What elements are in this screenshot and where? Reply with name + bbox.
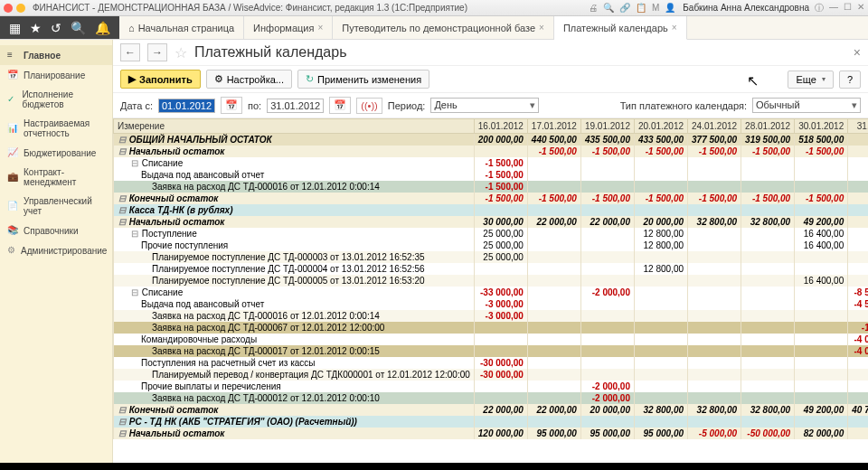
col-date[interactable]: 24.01.2012 <box>688 119 741 134</box>
table-row[interactable]: ⊟ Начальный остаток120 000,0095 000,0095… <box>114 428 869 439</box>
cell-value <box>795 169 848 181</box>
table-row[interactable]: Командировочные расходы-4 000,00 <box>114 334 869 345</box>
apply-button[interactable]: ↻Применить изменения <box>297 70 429 89</box>
table-row[interactable]: Прочие поступления25 000,0012 800,0016 4… <box>114 240 869 251</box>
calendar-icon[interactable]: 📅 <box>329 97 351 114</box>
tree-toggle-icon[interactable]: ⊟ <box>130 229 139 239</box>
calendar-icon[interactable]: 📅 <box>221 97 242 114</box>
win-close-icon[interactable]: ✕ <box>857 2 864 14</box>
col-date[interactable]: 28.01.2012 <box>741 119 795 134</box>
tab-info[interactable]: Информация × <box>244 16 333 40</box>
window-close-dot[interactable] <box>4 4 13 13</box>
nav-back-button[interactable]: ← <box>120 43 140 61</box>
table-row[interactable]: Заявка на расход ДС ТД-000017 от 12.01.2… <box>114 345 869 357</box>
close-icon[interactable]: × <box>672 23 677 33</box>
table-row[interactable]: ⊟ Начальный остаток-1 500,00-1 500,00-1 … <box>114 146 869 157</box>
settings-button[interactable]: ⚙Настройка... <box>206 70 292 89</box>
sidebar-item-ref[interactable]: 📚Справочники <box>0 221 112 240</box>
sidebar-item-exec[interactable]: ✓Исполнение бюджетов <box>0 85 112 114</box>
cell-value <box>688 334 741 345</box>
more-button[interactable]: Еще <box>788 70 833 89</box>
table-row[interactable]: Планируемое поступление ДС ТД-000004 от … <box>114 263 869 275</box>
close-icon[interactable]: × <box>317 23 323 33</box>
tree-toggle-icon[interactable]: ⊟ <box>118 417 127 427</box>
table-row[interactable]: Выдача под авансовый отчет-1 500,00 <box>114 169 869 181</box>
help-button[interactable]: ? <box>839 70 861 89</box>
tree-toggle-icon[interactable]: ⊟ <box>130 158 139 168</box>
info-icon[interactable]: ⓘ <box>815 2 824 14</box>
table-row[interactable]: Заявка на расход ДС ТД-000016 от 12.01.2… <box>114 181 869 193</box>
col-date[interactable]: 19.01.2012 <box>580 119 634 134</box>
table-row[interactable]: ⊟ Списание-1 500,00 <box>114 157 869 169</box>
page-close-icon[interactable]: × <box>854 45 861 60</box>
table-row[interactable]: ⊟ Конечный остаток-1 500,00-1 500,00-1 5… <box>114 193 869 204</box>
nav-fwd-button[interactable]: → <box>147 43 167 61</box>
sidebar-item-contract[interactable]: 💼Контракт-менеджмент <box>0 163 112 192</box>
table-row[interactable]: ⊟ Начальный остаток30 000,0022 000,0022 … <box>114 216 869 228</box>
calc-icon[interactable]: 📋 <box>636 3 646 13</box>
table-row[interactable]: ⊟ Списание-33 000,00-2 000,00-8 500,00 <box>114 287 869 298</box>
col-date[interactable]: 31.01.20 <box>848 119 868 134</box>
favorite-icon[interactable]: ☆ <box>175 44 187 61</box>
col-date[interactable]: 17.01.2012 <box>527 119 580 134</box>
table-row[interactable]: ⊟ Поступление25 000,0012 800,0016 400,00 <box>114 228 869 240</box>
table-row[interactable]: Планируемое поступление ДС ТД-000003 от … <box>114 251 869 263</box>
sidebar-item-plan[interactable]: 📅Планирование <box>0 65 112 85</box>
tree-toggle-icon[interactable]: ⊟ <box>118 405 127 415</box>
table-row[interactable]: Заявка на расход ДС ТД-000067 от 12.01.2… <box>114 322 869 334</box>
print-icon[interactable]: 🖨 <box>589 3 598 13</box>
table-row[interactable]: ⊟ ОБЩИЙ НАЧАЛЬНЫЙ ОСТАТОК200 000,00440 5… <box>114 134 869 146</box>
tree-toggle-icon[interactable]: ⊟ <box>130 287 139 297</box>
grid-scroll[interactable]: Измерение 16.01.2012 17.01.2012 19.01.20… <box>113 118 868 463</box>
cell-value <box>795 345 848 357</box>
signal-icon[interactable]: ((•)) <box>356 98 382 114</box>
tree-toggle-icon[interactable]: ⊟ <box>118 135 127 145</box>
win-max-icon[interactable]: ☐ <box>844 2 852 14</box>
col-date[interactable]: 30.01.2012 <box>795 119 848 134</box>
table-row[interactable]: Планируемый перевод / конвертация ДС ТДК… <box>114 369 869 381</box>
col-date[interactable]: 20.01.2012 <box>634 119 687 134</box>
col-dimension[interactable]: Измерение <box>114 119 475 134</box>
fill-button[interactable]: ▶ Заполнить <box>120 70 201 89</box>
table-row[interactable]: ⊟ Конечный остаток22 000,0022 000,0020 0… <box>114 404 869 416</box>
period-select[interactable]: День ▾ <box>430 98 539 113</box>
table-row[interactable]: Заявка на расход ДС ТД-000016 от 12.01.2… <box>114 310 869 322</box>
date-from-input[interactable]: 01.01.2012 <box>158 99 215 113</box>
table-row[interactable]: Выдача под авансовый отчет-3 000,00-4 50… <box>114 298 869 310</box>
tab-home[interactable]: ⌂ Начальная страница <box>119 16 244 40</box>
table-row[interactable]: ⊟ РС - ТД НК (АКБ "СТРАТЕГИЯ" (ОАО) (Рас… <box>114 416 869 428</box>
table-row[interactable]: Заявка на расход ДС ТД-000012 от 12.01.2… <box>114 392 869 404</box>
cell-value <box>580 345 634 357</box>
tree-toggle-icon[interactable]: ⊟ <box>118 217 127 227</box>
star-icon[interactable]: ★ <box>30 21 42 35</box>
tree-toggle-icon[interactable]: ⊟ <box>118 205 127 215</box>
col-date[interactable]: 16.01.2012 <box>474 119 527 134</box>
date-to-input[interactable]: 31.01.2012 <box>267 99 324 113</box>
bell-icon[interactable]: 🔔 <box>95 21 110 35</box>
sidebar-item-mgmt[interactable]: 📄Управленческий учет <box>0 192 112 221</box>
search-icon2[interactable]: 🔍 <box>71 21 86 35</box>
row-dimension: Планируемый перевод / конвертация ДС ТДК… <box>114 369 475 381</box>
apps-icon[interactable]: ▦ <box>9 21 21 35</box>
win-min-icon[interactable]: — <box>829 2 838 14</box>
history-icon[interactable]: ↺ <box>51 21 61 35</box>
sidebar-item-budget[interactable]: 📈Бюджетирование <box>0 143 112 163</box>
sidebar-item-main[interactable]: ≡Главное <box>0 45 112 65</box>
link-icon[interactable]: 🔗 <box>619 3 630 13</box>
tab-calendar[interactable]: Платежный календарь × <box>554 16 687 40</box>
close-icon[interactable]: × <box>539 23 544 33</box>
tree-toggle-icon[interactable]: ⊟ <box>118 193 127 203</box>
search-icon[interactable]: 🔍 <box>603 3 614 13</box>
table-row[interactable]: Прочие выплаты и перечисления-2 000,00 <box>114 381 869 392</box>
tree-toggle-icon[interactable]: ⊟ <box>118 428 127 438</box>
caltype-select[interactable]: Обычный ▾ <box>752 98 861 113</box>
m-icon[interactable]: M <box>652 3 659 13</box>
tree-toggle-icon[interactable]: ⊟ <box>118 146 127 156</box>
table-row[interactable]: Планируемое поступление ДС ТД-000005 от … <box>114 275 869 287</box>
sidebar-item-admin[interactable]: ⚙Администрирование <box>0 240 112 260</box>
table-row[interactable]: ⊟ Касса ТД-НК (в рублях) <box>114 204 869 216</box>
table-row[interactable]: Поступления на расчетный счет из кассы-3… <box>114 357 869 369</box>
tab-guide[interactable]: Путеводитель по демонстрационной базе × <box>333 16 554 40</box>
sidebar-item-custom[interactable]: 📊Настраиваемая отчетность <box>0 114 112 143</box>
window-min-dot[interactable] <box>16 4 25 13</box>
